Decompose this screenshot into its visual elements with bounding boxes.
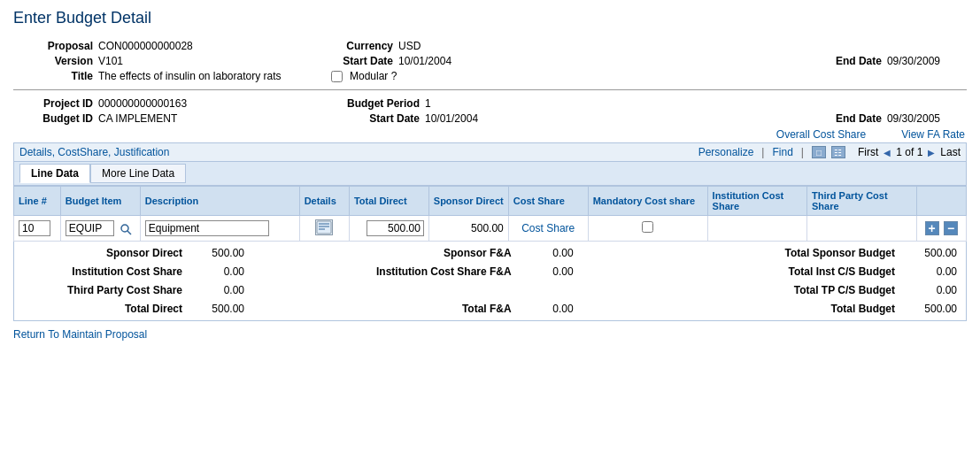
links-bar: Details, CostShare, Justification Person… [13,142,967,162]
col-header-line: Line # [14,187,61,216]
cell-mandatory [588,216,707,242]
cell-line-num [14,216,61,242]
col-header-inst-cs: Institution Cost Share [707,187,806,216]
tp-cs-label: Third Party Cost Share [23,284,182,296]
summary-grid: Sponsor Direct 500.00 Sponsor F&A 0.00 T… [23,247,957,315]
svg-line-1 [127,231,131,234]
budget-end-date-value: 09/30/2005 [887,112,940,125]
sponsor-fa-value: 0.00 [521,247,574,259]
col-header-actions [916,187,966,216]
budget-id-label: Budget ID [13,112,93,125]
proposal-cell: Proposal CON000000000028 [13,40,331,52]
links-bar-left: Details, CostShare, Justification [19,146,169,158]
table-row: 500.00 Cost Share + − [14,216,967,242]
cost-share-bar-link[interactable]: CostShare [58,146,108,158]
tabs-bar: Line Data More Line Data [13,162,967,186]
inst-cs-label: Institution Cost Share [23,265,182,278]
inst-cost-share-row: Institution Cost Share 0.00 [23,265,335,278]
total-inst-cs-row: Total Inst C/S Budget 0.00 [645,265,957,278]
mandatory-checkbox[interactable] [642,221,653,233]
description-input[interactable] [145,220,269,236]
total-inst-cs-label: Total Inst C/S Budget [753,265,895,278]
cell-budget-item [60,216,140,242]
next-arrow-icon[interactable]: ▶ [928,148,935,157]
col-header-description: Description [140,187,299,216]
return-link[interactable]: Return To Maintain Proposal [13,328,147,341]
total-fa-row: Total F&A 0.00 [335,303,646,315]
budget-start-date-label: Start Date [331,112,420,125]
modular-checkbox[interactable] [331,71,343,82]
header-section: Proposal CON000000000028 Currency USD Ve… [13,40,967,82]
tab-more-line-data[interactable]: More Line Data [90,164,186,183]
project-id-label: Project ID [13,97,93,110]
last-label: Last [940,146,961,158]
line-num-input[interactable] [19,220,50,236]
cell-total-direct [349,216,428,242]
tab-line-data[interactable]: Line Data [19,164,90,183]
personalize-link[interactable]: Personalize [698,146,754,158]
modular-cell: Modular ? [331,70,649,82]
svg-point-0 [121,225,128,232]
summary-section: Sponsor Direct 500.00 Sponsor F&A 0.00 T… [13,242,967,321]
budget-id-value: CA IMPLEMENT [98,112,177,125]
links-bar-right: Personalize | Find | □ ☷ First ◀ 1 of 1 … [698,146,961,158]
total-sponsor-budget-value: 500.00 [904,247,957,259]
budget-end-date-cell: End Date 09/30/2005 [649,112,967,125]
budget-id-section: Budget ID CA IMPLEMENT Start Date 10/01/… [13,112,967,125]
budget-start-date-value: 10/01/2004 [425,112,478,125]
project-id-cell: Project ID 000000000000163 [13,97,331,110]
total-budget-label: Total Budget [753,303,895,315]
col-header-tp-cs: Third Party Cost Share [807,187,917,216]
col-header-budget: Budget Item [60,187,140,216]
end-date-value: 09/30/2009 [887,55,940,67]
project-id-value: 000000000000163 [98,97,187,110]
sponsor-direct-row: Sponsor Direct 500.00 [23,247,335,259]
total-tp-cs-label: Total TP C/S Budget [753,284,895,296]
currency-value: USD [398,40,421,52]
col-header-sponsor-direct: Sponsor Direct [428,187,508,216]
overall-cost-share-link[interactable]: Overall Cost Share [776,128,866,141]
end-date-label: End Date [829,55,882,67]
modular-label: Modular ? [350,70,397,82]
total-sponsor-budget-row: Total Sponsor Budget 500.00 [645,247,957,259]
col-header-details: Details [299,187,349,216]
budget-section: Project ID 000000000000163 Budget Period… [13,97,967,110]
third-party-cs-row: Third Party Cost Share 0.00 [23,284,335,296]
proposal-value: CON000000000028 [98,40,193,52]
total-direct-input[interactable] [367,220,424,236]
grid-icon[interactable]: ☷ [831,146,845,158]
budget-item-search-icon[interactable] [119,222,133,236]
sponsor-fa-label: Sponsor F&A [335,247,512,259]
view-fa-rate-link[interactable]: View FA Rate [901,128,965,141]
title-value: The effects of insulin on laboratory rat… [98,70,282,82]
tabs-left: Line Data More Line Data [19,164,186,183]
cell-row-actions: + − [916,216,966,242]
expand-icon[interactable]: □ [812,146,826,158]
delete-row-button[interactable]: − [944,221,958,235]
add-row-button[interactable]: + [925,221,939,235]
cell-tp-cs [807,216,917,242]
inst-cs-value: 0.00 [191,265,244,278]
inst-cs-fa-value: 0.00 [521,265,574,278]
proposal-label: Proposal [13,40,93,52]
budget-table: Line # Budget Item Description Details T… [13,186,967,242]
total-budget-value: 500.00 [904,303,957,315]
budget-item-input[interactable] [66,220,114,236]
cost-share-link[interactable]: Cost Share [521,222,575,234]
justification-link[interactable]: Justification [114,146,170,158]
start-date-cell: Start Date 10/01/2004 [331,55,649,67]
budget-period-cell: Budget Period 1 [331,97,649,110]
start-date-value: 10/01/2004 [398,55,451,67]
prev-arrow-icon[interactable]: ◀ [884,148,891,157]
details-link[interactable]: Details [19,146,52,158]
total-direct-value: 500.00 [191,303,244,315]
details-icon[interactable] [315,219,333,235]
inst-cs-fa-row: Institution Cost Share F&A 0.00 [335,265,646,278]
total-tp-cs-value: 0.00 [904,284,957,296]
find-link[interactable]: Find [772,146,792,158]
cell-cost-share: Cost Share [508,216,588,242]
cell-details [299,216,349,242]
svg-rect-2 [317,221,331,234]
title-cell: Title The effects of insulin on laborato… [13,70,331,82]
first-label: First [858,146,878,158]
